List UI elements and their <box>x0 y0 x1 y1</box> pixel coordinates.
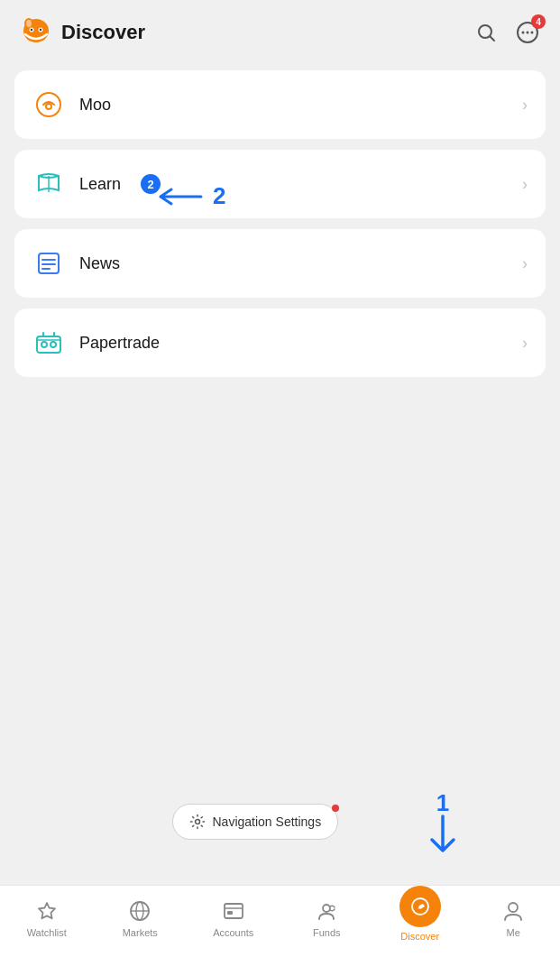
search-button[interactable] <box>472 18 500 47</box>
accounts-label: Accounts <box>213 927 253 938</box>
papertrade-label: Papertrade <box>79 334 160 353</box>
app-logo <box>18 14 54 51</box>
svg-point-21 <box>50 342 56 347</box>
news-chevron: › <box>522 254 528 273</box>
svg-point-30 <box>323 905 330 912</box>
menu-item-news-left: News <box>32 247 120 280</box>
menu-item-moo[interactable]: Moo › <box>14 70 546 139</box>
nav-item-discover[interactable]: Discover <box>373 886 467 950</box>
nav-settings-button[interactable]: Navigation Settings <box>172 804 339 840</box>
app-header: Discover 4 <box>0 0 560 61</box>
learn-label: Learn <box>79 175 121 194</box>
papertrade-chevron: › <box>522 334 528 353</box>
menu-list: Moo › Learn 2 › <box>0 61 560 386</box>
markets-icon <box>127 898 152 924</box>
nav-settings-dot <box>332 805 339 812</box>
learn-chevron: › <box>522 175 528 194</box>
menu-item-learn[interactable]: Learn 2 › <box>14 150 546 218</box>
settings-gear-icon <box>189 814 206 830</box>
moo-icon <box>32 88 65 121</box>
svg-point-12 <box>531 32 534 34</box>
svg-point-5 <box>31 29 32 31</box>
page-title: Discover <box>61 21 145 44</box>
funds-label: Funds <box>313 927 341 938</box>
nav-item-watchlist[interactable]: Watchlist <box>0 886 94 950</box>
markets-label: Markets <box>123 927 158 938</box>
svg-rect-29 <box>227 911 233 915</box>
learn-icon <box>32 168 65 200</box>
nav-item-funds[interactable]: Funds <box>280 886 374 950</box>
news-icon <box>32 247 65 280</box>
svg-rect-19 <box>37 336 60 353</box>
funds-icon <box>314 898 339 924</box>
menu-item-learn-left: Learn 2 <box>32 168 161 200</box>
menu-item-papertrade-left: Papertrade <box>32 327 160 359</box>
discover-label: Discover <box>400 931 439 942</box>
moo-chevron: › <box>522 96 528 115</box>
nav-item-accounts[interactable]: Accounts <box>187 886 280 950</box>
svg-point-10 <box>522 32 525 34</box>
search-icon <box>475 22 497 43</box>
down-annotation: 1 <box>425 791 461 858</box>
svg-point-2 <box>26 20 32 27</box>
nav-settings-label: Navigation Settings <box>213 814 322 829</box>
nav-settings-container: Navigation Settings <box>172 804 339 840</box>
messages-badge: 4 <box>531 14 546 29</box>
menu-item-papertrade[interactable]: Papertrade › <box>14 308 546 377</box>
papertrade-icon <box>32 327 65 359</box>
news-label: News <box>79 254 120 273</box>
menu-item-moo-left: Moo <box>32 88 111 121</box>
svg-point-32 <box>509 903 518 912</box>
watchlist-icon <box>34 898 60 924</box>
watchlist-label: Watchlist <box>27 927 67 938</box>
svg-point-14 <box>46 104 51 109</box>
svg-rect-27 <box>225 904 243 918</box>
nav-item-markets[interactable]: Markets <box>94 886 188 950</box>
messages-button[interactable]: 4 <box>513 18 542 47</box>
menu-item-news[interactable]: News › <box>14 229 546 298</box>
svg-point-11 <box>527 32 529 34</box>
me-label: Me <box>507 927 520 938</box>
down-arrow-icon <box>425 814 461 858</box>
moo-label: Moo <box>79 96 111 115</box>
accounts-icon <box>221 898 246 924</box>
down-annotation-number: 1 <box>436 791 449 814</box>
svg-point-6 <box>40 29 41 31</box>
bottom-nav: Watchlist Markets Accounts <box>0 885 560 957</box>
svg-point-23 <box>195 820 199 824</box>
me-icon <box>500 898 526 924</box>
nav-item-me[interactable]: Me <box>467 886 561 950</box>
discover-active-icon <box>399 886 441 927</box>
header-left: Discover <box>18 14 145 51</box>
svg-line-8 <box>491 37 495 41</box>
learn-badge: 2 <box>141 174 161 194</box>
header-actions: 4 <box>472 18 542 47</box>
svg-point-20 <box>41 342 47 347</box>
